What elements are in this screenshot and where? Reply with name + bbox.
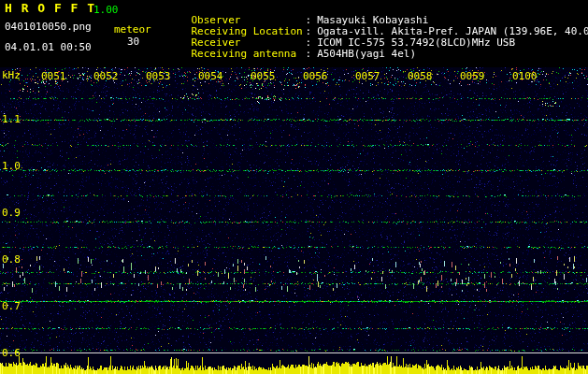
mode-value: 30 [127, 36, 139, 47]
app-title: H R O F F T [5, 3, 95, 13]
colon: : [306, 48, 312, 60]
spectrogram-canvas [0, 67, 588, 374]
app-version: 1.00 [93, 5, 119, 15]
info-row-antenna: Receiving antenna:A504HB(yagi 4el) [166, 38, 416, 69]
datetime-label: 04.01.01 00:50 [5, 42, 92, 52]
info-label-antenna: Receiving antenna [192, 49, 306, 59]
mode-label: meteor [114, 24, 151, 35]
info-value-antenna: A504HB(yagi 4el) [317, 48, 416, 60]
output-filename: 0401010050.png [5, 22, 92, 32]
hrofft-window: H R O F F T 1.00 0401010050.png meteor 3… [0, 0, 588, 374]
